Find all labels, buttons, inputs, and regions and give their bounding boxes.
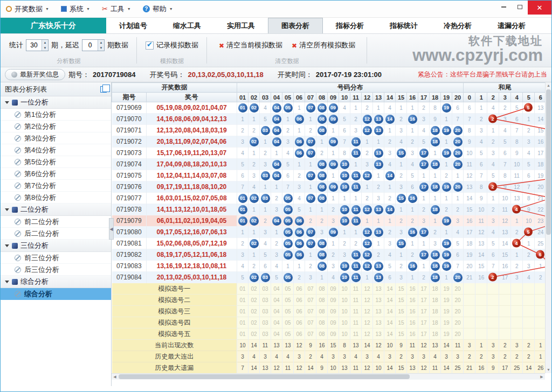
tree-item[interactable]: 第4位分析 xyxy=(1,144,111,156)
tail-cell: 1 xyxy=(511,215,523,227)
tail-cell xyxy=(535,249,545,261)
sim-row[interactable]: 模拟选号四01020304050607080910111213141516171… xyxy=(112,317,546,328)
stepper-down-icon[interactable] xyxy=(98,45,104,51)
menu-item[interactable]: 帮助▼ xyxy=(143,4,173,14)
draw-row[interactable]: 071907609,17,19,11,18,08,10,207411731080… xyxy=(112,181,546,193)
close-button[interactable]: ✕ xyxy=(528,1,551,15)
tab-8[interactable]: 冷热分析 xyxy=(431,18,485,33)
stat-row: 历史最大遗漏7141312111214910131112101415131211… xyxy=(112,362,546,374)
scroll-right-icon[interactable]: ▶ xyxy=(539,374,545,380)
draw-row[interactable]: 071908009,17,05,12,16,07,06,131131050607… xyxy=(112,227,546,238)
delay-period-input[interactable] xyxy=(82,40,98,51)
tail-cell: 16 xyxy=(535,136,545,148)
draw-row[interactable]: 071907220,18,11,09,02,07,04,063021043060… xyxy=(112,136,546,148)
stat-period-input[interactable] xyxy=(26,40,42,51)
draw-row[interactable]: 071908115,02,06,08,05,07,12,192024205060… xyxy=(112,238,546,249)
scroll-up-icon[interactable]: ▲ xyxy=(546,82,551,89)
latest-draw-button[interactable]: 最新开奖信息 xyxy=(5,69,65,80)
tree-group[interactable]: 二位分析 xyxy=(1,204,111,216)
draw-row[interactable]: 071907510,12,04,11,14,03,07,086303046207… xyxy=(112,170,546,181)
tab-5[interactable]: 图表分析 xyxy=(268,18,323,33)
tree-item[interactable]: 后二位分析 xyxy=(1,228,111,240)
number-ball: 17 xyxy=(419,228,429,237)
dist-cell: 4 xyxy=(237,148,249,159)
vertical-scroll-thumb[interactable] xyxy=(546,89,551,235)
scroll-left-icon[interactable]: ◀ xyxy=(112,374,118,380)
number-ball: 16 xyxy=(408,194,417,203)
draw-row[interactable]: 071906905,19,08,09,02,01,04,070102404051… xyxy=(112,102,546,114)
tab-6[interactable]: 指标分析 xyxy=(323,18,377,33)
tab-3[interactable]: 缩水工具 xyxy=(160,18,214,33)
draw-row[interactable]: 071908208,19,17,05,12,11,06,183153050610… xyxy=(112,249,546,261)
scroll-down-icon[interactable]: ▼ xyxy=(546,367,551,373)
horizontal-scrollbar[interactable]: ◀ ▶ xyxy=(112,373,545,380)
dist-cell: 16 xyxy=(407,261,418,272)
copy-icon[interactable] xyxy=(100,86,107,93)
clear-current-button[interactable]: 清空当前模拟数据 xyxy=(216,39,286,51)
clear-all-button[interactable]: 清空所有模拟数据 xyxy=(288,39,358,51)
draw-row[interactable]: 071908313,16,19,12,18,10,08,114264112083… xyxy=(112,261,546,272)
draw-row[interactable]: 071907906,01,11,02,10,19,04,050102204050… xyxy=(112,215,546,227)
draw-row[interactable]: 071907112,13,20,08,04,18,03,192203042120… xyxy=(112,125,546,136)
stepper-down-icon[interactable] xyxy=(42,45,48,51)
tail-cell xyxy=(523,102,535,114)
number-ball: 08 xyxy=(318,239,327,248)
sidebar-collapse-handle[interactable]: ◀ xyxy=(109,218,114,240)
draw-row[interactable]: 071907014,16,08,06,09,04,12,131150410610… xyxy=(112,114,546,125)
menu-item[interactable]: 工具▼ xyxy=(102,4,131,14)
sim-tail-cell xyxy=(487,283,499,295)
dist-cell: 3 xyxy=(260,227,271,238)
dist-cell: 05 xyxy=(282,272,294,283)
sim-row[interactable]: 模拟选号三01020304050607080910111213141516171… xyxy=(112,306,546,317)
menu-item[interactable]: 系统▼ xyxy=(61,4,90,14)
number-ball: 05 xyxy=(284,273,293,282)
tree-item[interactable]: 第2位分析 xyxy=(1,121,111,132)
tree-item[interactable]: 前二位分析 xyxy=(1,216,111,228)
tab-2[interactable]: 计划追号 xyxy=(106,18,160,33)
tab-1[interactable]: 广东快乐十分 xyxy=(1,18,106,33)
tree-item[interactable]: 综合分析 xyxy=(1,288,111,300)
sim-row[interactable]: 模拟选号一01020304050607080910111213141516171… xyxy=(112,283,546,295)
tree-item[interactable]: 第1位分析 xyxy=(1,109,111,121)
delay-period-stepper[interactable] xyxy=(82,39,105,51)
stepper-up-icon[interactable] xyxy=(98,40,104,45)
tab-7[interactable]: 指标统计 xyxy=(377,18,431,33)
draw-row[interactable]: 071907315,17,06,19,11,20,13,074121406072… xyxy=(112,148,546,159)
tab-4[interactable]: 实用工具 xyxy=(214,18,268,33)
stat-period-stepper[interactable] xyxy=(26,39,49,51)
dist-cell: 16 xyxy=(407,193,418,204)
vertical-scrollbar[interactable]: ▲ ▼ xyxy=(545,82,551,373)
tree-item[interactable]: 第7位分析 xyxy=(1,180,111,192)
tab-9[interactable]: 遗漏分析 xyxy=(485,18,539,33)
dist-cell: 12 xyxy=(362,125,373,136)
tree-item[interactable]: 第3位分析 xyxy=(1,132,111,144)
horizontal-scroll-thumb[interactable] xyxy=(119,374,410,379)
tree-group[interactable]: 三位分析 xyxy=(1,240,111,252)
draw-row[interactable]: 071907814,11,13,12,10,01,18,050111305511… xyxy=(112,204,546,215)
minimize-button[interactable] xyxy=(495,1,512,13)
draw-row[interactable]: 071907716,03,01,15,02,07,05,080102032054… xyxy=(112,193,546,204)
menu-item[interactable]: 开奖数据▼ xyxy=(6,4,49,14)
sim-row[interactable]: 模拟选号五01020304050607080910111213141516171… xyxy=(112,328,546,340)
tree-group[interactable]: 综合分析 xyxy=(1,276,111,288)
tree-item[interactable]: 第5位分析 xyxy=(1,156,111,168)
sim-tail-cell xyxy=(487,328,499,340)
record-sim-checkbox[interactable] xyxy=(146,41,154,50)
tree-item[interactable]: 第6位分析 xyxy=(1,168,111,180)
stat-cell: 12 xyxy=(362,362,373,374)
dist-cell: 4 xyxy=(384,159,396,170)
tree-item[interactable]: 前三位分析 xyxy=(1,252,111,264)
tree-item[interactable]: 后三位分析 xyxy=(1,264,111,276)
stepper-up-icon[interactable] xyxy=(42,40,48,45)
number-ball: 13 xyxy=(374,228,383,237)
sim-row[interactable]: 模拟选号二01020304050607080910111213141516171… xyxy=(112,295,546,306)
number-ball: 20 xyxy=(453,137,463,146)
draw-row[interactable]: 071908420,13,02,05,03,10,11,185020350523… xyxy=(112,272,546,283)
number-ball: 13 xyxy=(374,149,383,158)
maximize-button[interactable] xyxy=(512,1,528,13)
sim-cell: 06 xyxy=(294,306,305,317)
tree-group[interactable]: 一位分析 xyxy=(1,96,111,109)
draw-row[interactable]: 071907417,04,09,08,18,20,10,135230451108… xyxy=(112,159,546,170)
tree-item[interactable]: 第8位分析 xyxy=(1,192,111,204)
dist-cell: 1 xyxy=(271,227,282,238)
